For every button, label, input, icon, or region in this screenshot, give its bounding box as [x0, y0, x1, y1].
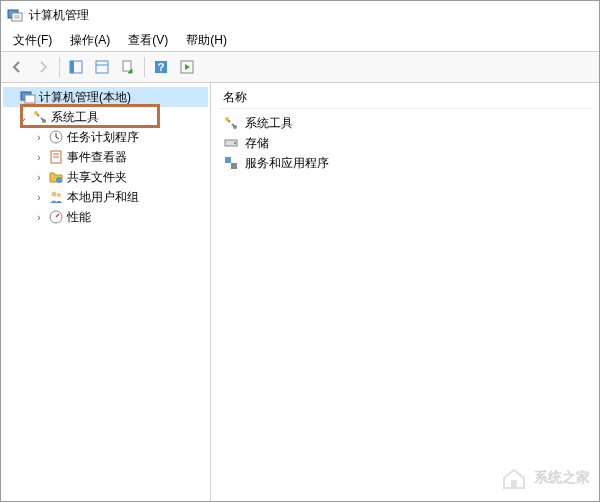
- svg-point-27: [234, 142, 236, 144]
- computer-icon: [20, 89, 36, 105]
- list-panel[interactable]: 名称 系统工具 存储 服务和应用程序: [211, 83, 599, 501]
- folder-share-icon: [48, 169, 64, 185]
- menu-file[interactable]: 文件(F): [5, 30, 60, 51]
- list-item-label: 服务和应用程序: [245, 155, 329, 172]
- clock-icon: [48, 129, 64, 145]
- svg-point-15: [42, 119, 46, 123]
- expander-expand-icon[interactable]: ›: [33, 172, 45, 183]
- services-icon: [223, 155, 239, 171]
- tree-root[interactable]: 计算机管理(本地): [3, 87, 208, 107]
- svg-point-21: [52, 192, 57, 197]
- back-button[interactable]: [5, 55, 29, 79]
- content-area: 计算机管理(本地) ⌄ 系统工具 › 任务计划程序 › 事件查看器 › 共享文件…: [1, 83, 599, 501]
- forward-button[interactable]: [31, 55, 55, 79]
- list-item-system-tools[interactable]: 系统工具: [219, 113, 591, 133]
- svg-rect-5: [96, 61, 108, 73]
- users-icon: [48, 189, 64, 205]
- svg-point-25: [233, 125, 237, 129]
- export-button[interactable]: [116, 55, 140, 79]
- event-icon: [48, 149, 64, 165]
- tree-label: 任务计划程序: [67, 129, 139, 146]
- tree-panel[interactable]: 计算机管理(本地) ⌄ 系统工具 › 任务计划程序 › 事件查看器 › 共享文件…: [1, 83, 211, 501]
- storage-icon: [223, 135, 239, 151]
- expander-expand-icon[interactable]: ›: [33, 132, 45, 143]
- menu-action[interactable]: 操作(A): [62, 30, 118, 51]
- expander-expand-icon[interactable]: ›: [33, 152, 45, 163]
- svg-rect-13: [25, 95, 35, 103]
- tools-icon: [32, 109, 48, 125]
- show-hide-tree-button[interactable]: [64, 55, 88, 79]
- svg-rect-28: [225, 157, 231, 163]
- tree-label: 本地用户和组: [67, 189, 139, 206]
- app-icon: [7, 7, 23, 23]
- action-pane-button[interactable]: [175, 55, 199, 79]
- menu-help[interactable]: 帮助(H): [178, 30, 235, 51]
- tree-label: 性能: [67, 209, 91, 226]
- titlebar: 计算机管理: [1, 1, 599, 29]
- svg-point-20: [56, 177, 62, 183]
- list-item-label: 存储: [245, 135, 269, 152]
- svg-point-22: [57, 193, 61, 197]
- help-button[interactable]: ?: [149, 55, 173, 79]
- menubar: 文件(F) 操作(A) 查看(V) 帮助(H): [1, 29, 599, 51]
- tools-icon: [223, 115, 239, 131]
- svg-rect-7: [123, 61, 131, 71]
- svg-rect-4: [70, 61, 74, 73]
- list-item-label: 系统工具: [245, 115, 293, 132]
- svg-text:?: ?: [158, 61, 165, 73]
- tree-label: 共享文件夹: [67, 169, 127, 186]
- tree-system-tools[interactable]: ⌄ 系统工具: [3, 107, 208, 127]
- tree-label: 计算机管理(本地): [39, 89, 131, 106]
- window-title: 计算机管理: [29, 7, 89, 24]
- tree-label: 事件查看器: [67, 149, 127, 166]
- svg-point-14: [34, 111, 38, 115]
- tree-performance[interactable]: › 性能: [3, 207, 208, 227]
- expander-expand-icon[interactable]: ›: [33, 212, 45, 223]
- properties-button[interactable]: [90, 55, 114, 79]
- toolbar-separator: [59, 57, 60, 77]
- performance-icon: [48, 209, 64, 225]
- list-item-services[interactable]: 服务和应用程序: [219, 153, 591, 173]
- tree-event-viewer[interactable]: › 事件查看器: [3, 147, 208, 167]
- svg-rect-2: [14, 15, 20, 19]
- toolbar-separator: [144, 57, 145, 77]
- tree-task-scheduler[interactable]: › 任务计划程序: [3, 127, 208, 147]
- svg-point-24: [225, 117, 229, 121]
- expander-expand-icon[interactable]: ›: [33, 192, 45, 203]
- expander-collapse-icon[interactable]: ⌄: [17, 112, 29, 123]
- svg-rect-29: [231, 163, 237, 169]
- tree-shared-folders[interactable]: › 共享文件夹: [3, 167, 208, 187]
- menu-view[interactable]: 查看(V): [120, 30, 176, 51]
- svg-marker-11: [185, 64, 190, 70]
- tree-local-users-groups[interactable]: › 本地用户和组: [3, 187, 208, 207]
- list-item-storage[interactable]: 存储: [219, 133, 591, 153]
- tree-label: 系统工具: [51, 109, 99, 126]
- column-header-name[interactable]: 名称: [219, 87, 591, 109]
- toolbar: ?: [1, 51, 599, 83]
